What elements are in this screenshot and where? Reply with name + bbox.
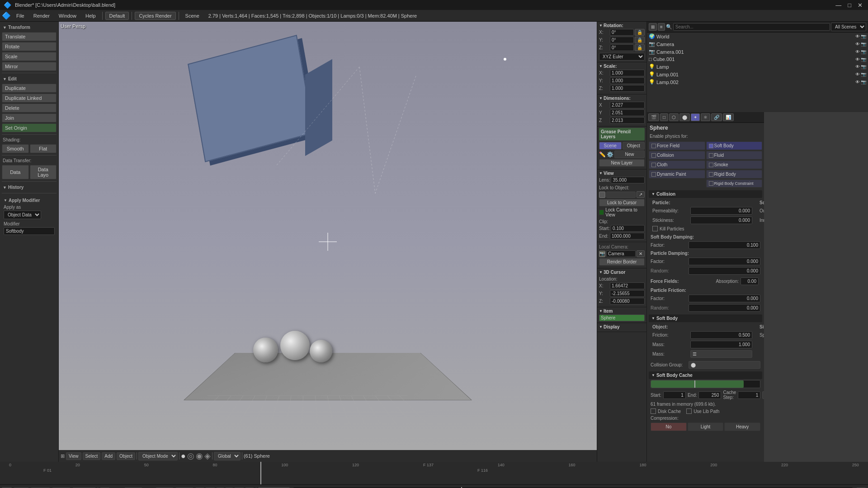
lamp002-vis-btn[interactable]: 👁 bbox=[855, 80, 860, 84]
rotate-btn[interactable]: Rotate bbox=[2, 42, 57, 51]
soft-body-btn[interactable]: Soft Body bbox=[706, 141, 763, 150]
view-menu-btn[interactable]: View bbox=[66, 452, 81, 460]
phys-constraints-btn[interactable]: 🔗 bbox=[711, 113, 722, 121]
rigid-body-constraint-btn[interactable]: Rigid Body Constraint bbox=[706, 179, 763, 188]
shading-wire-icon[interactable]: ◎ bbox=[187, 451, 194, 461]
pf-factor-input[interactable] bbox=[689, 295, 760, 302]
mass-input[interactable] bbox=[690, 341, 752, 348]
mass2-field[interactable]: ☰ bbox=[690, 350, 752, 358]
outliner-filter-btn[interactable]: ≡ bbox=[658, 23, 665, 31]
lock-expand-btn[interactable]: ↗ bbox=[637, 191, 645, 198]
scene-name[interactable]: Scene bbox=[182, 12, 203, 19]
permeability-input[interactable] bbox=[690, 207, 752, 215]
cache-end-input[interactable] bbox=[698, 391, 721, 399]
modifier-input[interactable] bbox=[4, 227, 55, 235]
outliner-item-cube[interactable]: □ Cube.001 👁 📷 bbox=[647, 56, 868, 63]
rx-lock-btn[interactable]: 🔒 bbox=[635, 29, 645, 36]
lock-camera-checkbox[interactable] bbox=[599, 210, 604, 215]
cx-input[interactable] bbox=[610, 282, 645, 289]
dimensions-section[interactable]: Dimensions: bbox=[599, 96, 645, 101]
layout-dropdown[interactable]: Default bbox=[105, 12, 129, 20]
phys-mesh-btn[interactable]: ⬡ bbox=[669, 113, 679, 121]
use-lib-path-checkbox[interactable] bbox=[686, 408, 692, 414]
outliner-item-world[interactable]: 🌍 World 👁 📷 bbox=[647, 33, 868, 40]
cache-step-input[interactable] bbox=[738, 391, 760, 399]
damping-factor-input[interactable] bbox=[689, 241, 760, 249]
scale-section[interactable]: Scale: bbox=[599, 64, 645, 69]
transform-space-select[interactable]: Global bbox=[214, 452, 241, 460]
ry-lock-btn[interactable]: 🔒 bbox=[635, 37, 645, 43]
render-engine-select[interactable]: Cycles Render bbox=[135, 12, 175, 20]
viewport[interactable]: User Persp bbox=[59, 22, 597, 462]
cube-render-btn[interactable]: 📷 bbox=[861, 57, 866, 62]
lamp-render-btn[interactable]: 📷 bbox=[861, 64, 866, 69]
rigid-body-btn[interactable]: Rigid Body bbox=[706, 170, 763, 178]
pd-random-input[interactable] bbox=[689, 267, 760, 275]
camera-render-btn[interactable]: 📷 bbox=[861, 42, 866, 47]
mode-select[interactable]: Object Mode bbox=[138, 452, 178, 460]
outliner-item-camera[interactable]: 📷 Camera 👁 📷 bbox=[647, 40, 868, 48]
transform-section[interactable]: Transform bbox=[2, 23, 57, 31]
cache-start-input[interactable] bbox=[663, 391, 686, 399]
select-menu-btn[interactable]: Select bbox=[83, 452, 101, 460]
ry-input[interactable] bbox=[610, 37, 634, 43]
delete-btn[interactable]: Delete bbox=[2, 103, 57, 113]
menu-item-file[interactable]: File bbox=[13, 12, 28, 19]
phys-particles-btn[interactable]: ✦ bbox=[691, 113, 700, 121]
kill-particles-checkbox[interactable] bbox=[652, 226, 658, 231]
data-btn[interactable]: Data bbox=[2, 165, 29, 179]
apply-modifier-title[interactable]: Apply Modifier bbox=[4, 197, 55, 204]
rx-input[interactable] bbox=[610, 29, 634, 36]
camera001-vis-btn[interactable]: 👁 bbox=[855, 49, 860, 54]
viewport-canvas[interactable] bbox=[59, 22, 597, 462]
softbody-section-header[interactable]: Soft Body bbox=[649, 314, 762, 322]
flat-btn[interactable]: Flat bbox=[30, 144, 57, 153]
view-section[interactable]: View bbox=[599, 171, 645, 176]
dy-input[interactable] bbox=[610, 109, 645, 116]
cursor-3d-section[interactable]: 3D Cursor bbox=[599, 270, 645, 275]
outliner-view-btn[interactable]: ⊞ bbox=[649, 23, 657, 31]
clip-start-input[interactable] bbox=[611, 225, 645, 232]
menu-item-window[interactable]: Window bbox=[55, 12, 80, 19]
fluid-btn[interactable]: Fluid bbox=[706, 151, 763, 160]
duplicate-btn[interactable]: Duplicate bbox=[2, 84, 57, 93]
world-vis-btn[interactable]: 👁 bbox=[855, 34, 860, 39]
shading-solid-icon[interactable]: ◉ bbox=[196, 451, 203, 461]
scale-btn[interactable]: Scale bbox=[2, 52, 57, 61]
data-layo-btn[interactable]: Data Layo bbox=[30, 165, 57, 179]
edit-section[interactable]: Edit bbox=[2, 75, 57, 83]
outliner-item-lamp[interactable]: 💡 Lamp 👁 📷 bbox=[647, 63, 868, 70]
smoke-btn[interactable]: Smoke bbox=[706, 160, 763, 169]
gp-new-btn[interactable]: New bbox=[614, 150, 645, 158]
object-menu-btn[interactable]: Object bbox=[117, 452, 135, 460]
compression-heavy-btn[interactable]: Heavy bbox=[724, 422, 760, 431]
menu-item-render[interactable]: Render bbox=[30, 12, 53, 19]
local-camera-input[interactable] bbox=[606, 250, 636, 257]
translate-btn[interactable]: Translate bbox=[2, 32, 57, 41]
outliner-search-input[interactable] bbox=[673, 23, 830, 31]
menu-item-help[interactable]: Help bbox=[82, 12, 99, 19]
lamp001-vis-btn[interactable]: 👁 bbox=[855, 72, 860, 77]
phys-obj-btn[interactable]: □ bbox=[660, 113, 668, 121]
sb-cache-header[interactable]: Soft Body Cache bbox=[649, 371, 762, 379]
close-button[interactable]: ✕ bbox=[856, 2, 864, 9]
set-origin-btn[interactable]: Set Origin bbox=[2, 123, 57, 132]
collision-btn[interactable]: Collision bbox=[649, 151, 705, 160]
camera001-render-btn[interactable]: 📷 bbox=[861, 49, 866, 54]
smooth-btn[interactable]: Smooth bbox=[2, 144, 29, 153]
cz-input[interactable] bbox=[610, 298, 645, 305]
camera-expand-btn[interactable]: ✕ bbox=[637, 250, 645, 257]
outliner-item-lamp002[interactable]: 💡 Lamp.002 👁 📷 bbox=[647, 78, 868, 86]
minimize-button[interactable]: — bbox=[834, 2, 843, 9]
item-section[interactable]: Item bbox=[599, 309, 645, 314]
dynamic-paint-btn[interactable]: Dynamic Paint bbox=[649, 170, 705, 178]
world-render-btn[interactable]: 📷 bbox=[861, 34, 866, 39]
display-section[interactable]: Display bbox=[599, 324, 645, 329]
pd-factor-input[interactable] bbox=[689, 258, 760, 265]
lock-input-field[interactable] bbox=[606, 192, 636, 198]
phys-scene-btn[interactable]: 🎬 bbox=[648, 113, 659, 121]
compression-light-btn[interactable]: Light bbox=[688, 422, 724, 431]
grease-pencil-section[interactable]: Grease Pencil Layers bbox=[599, 128, 645, 141]
shading-render-icon[interactable]: ◈ bbox=[204, 451, 211, 461]
gp-object-btn[interactable]: Object bbox=[623, 142, 645, 150]
